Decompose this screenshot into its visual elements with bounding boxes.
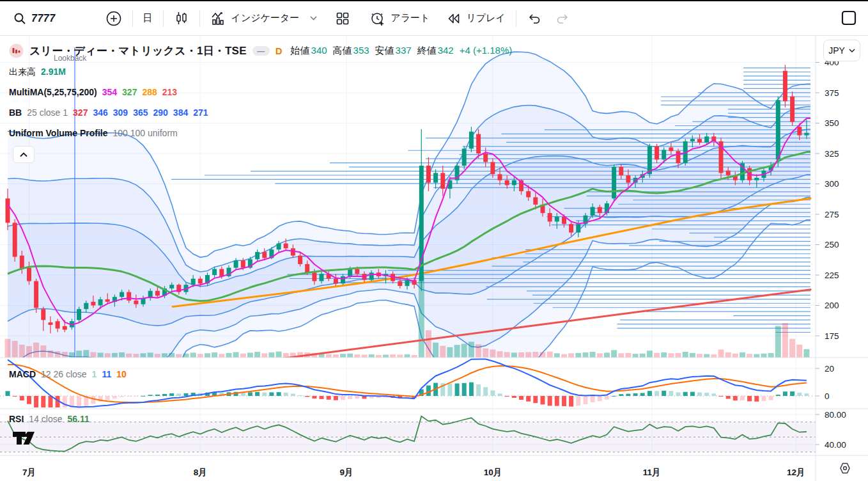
candlestick-style-icon: [174, 11, 189, 26]
top-toolbar: 7777 日: [0, 0, 868, 36]
time-axis-label: 9月: [340, 468, 353, 477]
price-axis-label: 375: [825, 88, 839, 98]
volume-value: 2.91M: [41, 67, 66, 77]
volume-name: 出来高: [9, 67, 36, 78]
macd-line-value: 11: [102, 369, 111, 379]
minimized-indicator-chip[interactable]: —: [252, 46, 270, 56]
indicators-button[interactable]: インジケーター: [204, 7, 324, 30]
macd-axis-label: 0: [825, 391, 830, 401]
rewind-icon: [446, 11, 461, 26]
macd-params: 12 26 close: [41, 369, 87, 379]
redo-button[interactable]: [548, 8, 577, 29]
plus-circle-icon: [105, 10, 122, 27]
fullscreen-button[interactable]: [840, 9, 858, 27]
currency-label: JPY: [828, 45, 845, 56]
macd-name: MACD: [9, 369, 36, 379]
high-value: 353: [353, 45, 369, 57]
bb-value: 290: [153, 107, 168, 118]
multima-name: MultiMA(5,25,75,200): [9, 87, 97, 97]
redo-icon: [555, 12, 570, 26]
bb-value: 346: [93, 107, 107, 118]
time-axis-label: 12月: [787, 468, 805, 477]
macd-pane: [0, 359, 816, 408]
chevron-down-icon: [310, 16, 317, 20]
bb-value: 384: [173, 107, 188, 118]
price-axis-label: 325: [825, 149, 839, 159]
multima-value: 213: [162, 87, 177, 97]
undo-button[interactable]: [520, 8, 548, 29]
chart-canvas[interactable]: 40037535032530027525022520017520080.0040…: [0, 36, 868, 481]
macd-hist-value: 1: [92, 369, 97, 379]
macd-axis-label: 20: [825, 364, 834, 374]
layout-grid-button[interactable]: [329, 7, 357, 30]
grid-layout-icon: [335, 11, 350, 26]
bb-name: BB: [9, 107, 22, 118]
multima-legend[interactable]: MultiMA(5,25,75,200) 354 327 288 213: [9, 87, 177, 97]
alert-button[interactable]: アラート: [363, 6, 436, 31]
bb-value: 327: [73, 107, 88, 118]
indicators-label: インジケーター: [231, 12, 300, 24]
uvp-name: Uniform Volume Profile: [9, 128, 108, 138]
high-label: 高値: [333, 45, 352, 57]
rsi-params: 14 close: [29, 414, 62, 424]
price-axis-label: 275: [825, 210, 839, 219]
change-value: +4 (+1.18%): [460, 45, 513, 57]
interval-label: 日: [143, 12, 153, 24]
symbol-ticker: 7777: [31, 13, 56, 24]
rsi-axis-label: 40.00: [825, 440, 846, 450]
price-axis[interactable]: 40037535032530027525022520017520080.0040…: [816, 58, 846, 450]
collapse-legend-button[interactable]: [13, 146, 35, 163]
toolbar-separator: [163, 10, 164, 27]
toolbar-separator: [199, 10, 200, 27]
price-axis-label: 250: [825, 240, 839, 249]
symbol-search-button[interactable]: 7777: [6, 8, 62, 29]
interval-button[interactable]: 日: [137, 8, 159, 28]
rsi-axis-label: 80.00: [825, 410, 846, 420]
multima-value: 327: [122, 87, 137, 97]
toolbar-separator: [132, 10, 133, 27]
time-axis-label: 8月: [194, 468, 207, 477]
bb-legend[interactable]: BB 25 close 1 327 346 309 365 290 384 27…: [9, 107, 208, 118]
uvp-params: 100 100 uniform: [113, 128, 178, 138]
volume-legend[interactable]: 出来高 2.91M: [9, 67, 66, 78]
compare-add-symbol-button[interactable]: [99, 6, 128, 31]
multima-value: 288: [142, 87, 157, 97]
bb-value: 271: [193, 107, 208, 118]
symbol-title: スリー・ディー・マトリックス・1日・TSE: [29, 43, 247, 58]
time-axis-label: 7月: [22, 468, 36, 477]
close-value: 342: [438, 45, 454, 57]
indicators-icon: [210, 11, 227, 26]
alert-label: アラート: [391, 12, 430, 24]
bollinger-bands: [8, 52, 810, 416]
replay-label: リプレイ: [466, 12, 505, 24]
rsi-pane: [0, 416, 816, 452]
time-axis[interactable]: 7月8月9月10月11月12月: [22, 468, 805, 477]
undo-icon: [527, 12, 542, 26]
trading-chart-app: 7777 日: [0, 0, 868, 481]
open-label: 始値: [291, 45, 310, 57]
macd-signal-value: 10: [116, 369, 127, 379]
replay-button[interactable]: リプレイ: [440, 7, 511, 30]
rsi-legend[interactable]: RSI 14 close 56.11: [9, 414, 89, 424]
chart-style-button[interactable]: [167, 7, 196, 30]
time-axis-settings-icon[interactable]: [837, 461, 853, 478]
low-label: 安値: [375, 45, 394, 57]
timeframe-badge: D: [275, 45, 283, 56]
currency-selector[interactable]: JPY: [823, 40, 860, 61]
price-axis-label: 175: [825, 331, 839, 341]
low-value: 337: [396, 45, 412, 57]
alarm-clock-plus-icon: [369, 10, 386, 27]
uvp-legend[interactable]: Uniform Volume Profile 100 100 uniform: [9, 128, 178, 138]
close-label: 終値: [417, 45, 437, 57]
tradingview-logo[interactable]: [12, 430, 38, 449]
rsi-value: 56.11: [68, 414, 89, 424]
symbol-logo: [9, 43, 24, 58]
time-axis-label: 10月: [484, 468, 502, 477]
macd-legend[interactable]: MACD 12 26 close 1 11 10: [9, 369, 127, 379]
ohlc-values: 始値340 高値353 安値337 終値342 +4 (+1.18%): [291, 45, 513, 57]
multima-value: 354: [102, 87, 117, 97]
search-icon: [13, 12, 27, 26]
price-axis-label: 350: [825, 118, 839, 128]
price-axis-label: 225: [825, 271, 839, 280]
symbol-legend[interactable]: スリー・ディー・マトリックス・1日・TSE — D 始値340 高値353 安値…: [9, 43, 512, 58]
